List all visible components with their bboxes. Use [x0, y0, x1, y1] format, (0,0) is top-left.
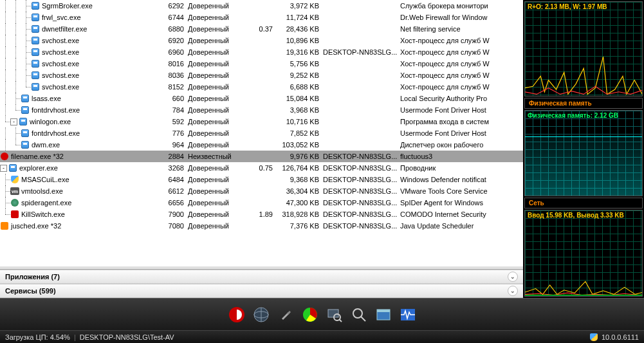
network-graph[interactable]: Ввод 15.98 KB, Вывод 3.33 KB: [524, 210, 643, 297]
tool-tools-button[interactable]: [275, 304, 296, 325]
process-row[interactable]: fontdrvhost.exe776Доверенный7,852 KBUser…: [0, 127, 523, 139]
process-row[interactable]: svchost.exe8016Доверенный5,756 KBХост-пр…: [0, 58, 523, 70]
process-rating: Доверенный: [187, 95, 244, 102]
process-pid: 8036: [154, 71, 187, 79]
process-row[interactable]: lsass.exe660Доверенный15,084 KBLocal Sec…: [0, 93, 523, 104]
process-mem: 47,300 KB: [277, 199, 322, 207]
process-row[interactable]: filename.exe *322884Неизвестный9,976 KBD…: [0, 151, 523, 162]
process-rating: Доверенный: [187, 129, 244, 137]
tool-window-button[interactable]: [373, 304, 394, 325]
app-icon: [31, 71, 40, 80]
process-pid: 8016: [154, 60, 187, 68]
status-cpu: Загрузка ЦП: 4.54%: [5, 333, 70, 341]
process-row[interactable]: -explorer.exe3268Доверенный0.75126,764 K…: [0, 162, 523, 174]
tool-search-button[interactable]: [349, 304, 369, 325]
status-version: 10.0.0.6111: [602, 333, 639, 341]
process-rating: Доверенный: [187, 118, 244, 125]
tool-pie-button[interactable]: [300, 304, 320, 325]
status-bar: Загрузка ЦП: 4.54% | DESKTOP-NN83SLG\Tes…: [0, 330, 644, 343]
collapse-icon[interactable]: ⌄: [508, 272, 518, 282]
process-row[interactable]: SgrmBroker.exe6292Доверенный3,972 KBСлуж…: [0, 0, 523, 12]
process-desc: Хост-процесс для служб W: [399, 83, 523, 91]
process-desc: Диспетчер окон рабочего: [399, 141, 523, 149]
process-mem: 7,376 KB: [277, 222, 322, 230]
process-rating: Доверенный: [187, 48, 244, 56]
process-name: vmtoolsd.exe: [21, 187, 63, 195]
app-icon: [21, 129, 30, 138]
disk-graph[interactable]: R+O: 2.13 MB, W: 1.97 MB: [524, 1, 643, 97]
tool-comodo-button[interactable]: [226, 304, 247, 325]
process-user: DESKTOP-NN83SLG...: [322, 222, 399, 230]
process-desc: fluctuous3: [399, 153, 523, 160]
section-services[interactable]: Сервисы (599) ⌄: [0, 284, 523, 298]
process-row[interactable]: fontdrvhost.exe784Доверенный3,968 KBUser…: [0, 104, 523, 116]
process-name: svchost.exe: [42, 48, 79, 56]
process-row[interactable]: dwnetfilter.exe6880Доверенный0.3728,436 …: [0, 23, 523, 35]
process-pid: 6920: [154, 37, 187, 44]
process-name: fontdrvhost.exe: [32, 106, 80, 114]
process-row[interactable]: vmvmtoolsd.exe6612Доверенный36,304 KBDES…: [0, 185, 523, 197]
process-user: DESKTOP-NN83SLG...: [322, 187, 399, 195]
process-row[interactable]: svchost.exe6960Доверенный19,316 KBDESKTO…: [0, 46, 523, 58]
process-name: KillSwitch.exe: [21, 210, 65, 218]
process-name: MSASCuiL.exe: [21, 176, 69, 183]
app-icon: [31, 1, 40, 10]
process-desc: Dr.Web Firewall for Window: [399, 14, 523, 21]
app-icon: [21, 94, 30, 103]
process-row[interactable]: svchost.exe8036Доверенный9,252 KBХост-пр…: [0, 70, 523, 81]
svg-rect-11: [377, 310, 390, 312]
java-icon: [0, 221, 9, 230]
bug-icon: [0, 152, 9, 161]
process-name: explorer.exe: [19, 164, 58, 172]
app-icon: [31, 24, 40, 33]
tree-expander[interactable]: -: [10, 118, 17, 125]
status-host: DESKTOP-NN83SLG\Test-AV: [80, 333, 174, 341]
tool-activity-button[interactable]: [398, 304, 418, 325]
process-pid: 8152: [154, 83, 187, 91]
process-desc: Usermode Font Driver Host: [399, 106, 523, 114]
process-desc: Local Security Authority Pro: [399, 95, 523, 102]
app-icon: [19, 117, 28, 126]
shield-icon: [590, 333, 598, 341]
process-pid: 6484: [154, 176, 187, 183]
disk-graph-label: R+O: 2.13 MB, W: 1.97 MB: [528, 3, 607, 10]
net-graph-title: Сеть: [524, 198, 643, 209]
comodo-icon: [10, 210, 19, 219]
process-user: DESKTOP-NN83SLG...: [322, 153, 399, 160]
process-row[interactable]: jusched.exe *327080Доверенный7,376 KBDES…: [0, 220, 523, 232]
process-rating: Доверенный: [187, 60, 244, 68]
process-name: frwl_svc.exe: [42, 14, 81, 21]
process-user: DESKTOP-NN83SLG...: [322, 164, 399, 172]
process-rating: Доверенный: [187, 14, 244, 21]
process-pid: 6656: [154, 199, 187, 207]
process-desc: Windows Defender notificat: [399, 176, 523, 183]
process-row[interactable]: svchost.exe6920Доверенный10,896 KBХост-п…: [0, 35, 523, 46]
tool-find-window-button[interactable]: [324, 304, 345, 325]
process-rating: Доверенный: [187, 83, 244, 91]
process-pid: 776: [154, 129, 187, 137]
process-row[interactable]: MSASCuiL.exe6484Доверенный9,368 KBDESKTO…: [0, 174, 523, 185]
memory-graph[interactable]: Физическая память: 2.12 GB: [524, 110, 643, 197]
tree-expander[interactable]: -: [0, 165, 7, 172]
process-list[interactable]: SgrmBroker.exe6292Доверенный3,972 KBСлуж…: [0, 0, 523, 266]
process-cpu: 0.37: [244, 25, 277, 33]
process-desc: Java Update Scheduler: [399, 222, 523, 230]
collapse-icon[interactable]: ⌄: [508, 286, 518, 296]
process-pid: 2884: [154, 153, 187, 160]
process-mem: 36,304 KB: [277, 187, 322, 195]
tool-globe-button[interactable]: [251, 304, 271, 325]
left-panel: SgrmBroker.exe6292Доверенный3,972 KBСлуж…: [0, 0, 523, 298]
section-applications[interactable]: Приложения (7) ⌄: [0, 270, 523, 284]
process-row[interactable]: -winlogon.exe592Доверенный10,716 KBПрогр…: [0, 116, 523, 127]
svg-rect-5: [328, 310, 338, 317]
process-row[interactable]: frwl_svc.exe6744Доверенный11,724 KBDr.We…: [0, 12, 523, 23]
process-row[interactable]: dwm.exe964Доверенный103,052 KBДиспетчер …: [0, 139, 523, 151]
process-row[interactable]: spideragent.exe6656Доверенный47,300 KBDE…: [0, 197, 523, 209]
process-mem: 9,368 KB: [277, 176, 322, 183]
process-pid: 6744: [154, 14, 187, 21]
process-rating: Доверенный: [187, 176, 244, 183]
mem-graph-title: Физическая память: [524, 98, 643, 109]
process-row[interactable]: svchost.exe8152Доверенный6,688 KBХост-пр…: [0, 81, 523, 93]
process-row[interactable]: KillSwitch.exe7900Доверенный1.89318,928 …: [0, 209, 523, 220]
toolbar: [0, 298, 644, 330]
